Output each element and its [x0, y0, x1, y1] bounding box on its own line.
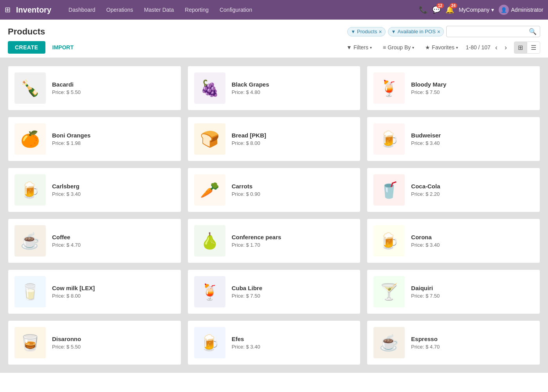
- product-info: Carrots Price: $ 0.90: [232, 183, 354, 197]
- pagination-prev[interactable]: ‹: [493, 43, 500, 52]
- phone-icon[interactable]: 📞: [419, 5, 427, 14]
- filter-tag-pos[interactable]: ▼ Available in POS ×: [388, 27, 444, 36]
- product-card[interactable]: 🥤 Coca-Cola Price: $ 2.20: [367, 168, 540, 212]
- product-image: 🍹: [194, 276, 225, 307]
- product-name: Cow milk [LEX]: [52, 285, 175, 291]
- product-card[interactable]: 🍐 Conference pears Price: $ 1.70: [187, 219, 361, 263]
- product-name: Daiquiri: [411, 285, 534, 291]
- product-image: 🍹: [373, 72, 405, 104]
- page-title: Products: [8, 27, 45, 37]
- product-info: Black Grapes Price: $ 4.80: [232, 81, 354, 95]
- filter-products-label: Products: [357, 29, 377, 34]
- product-info: Boni Oranges Price: $ 1.98: [52, 132, 175, 146]
- product-price: Price: $ 4.70: [52, 242, 175, 248]
- product-price: Price: $ 2.20: [411, 191, 534, 197]
- product-image: 🍺: [373, 123, 405, 155]
- menu-item-dashboard[interactable]: Dashboard: [64, 4, 100, 15]
- product-card[interactable]: 🥃 Disaronno Price: $ 5.50: [8, 320, 181, 365]
- product-name: Coca-Cola: [411, 183, 534, 190]
- product-info: Bacardi Price: $ 5.50: [52, 81, 175, 95]
- product-name: Conference pears: [232, 234, 354, 240]
- product-price: Price: $ 8.00: [52, 293, 175, 299]
- product-price: Price: $ 8.00: [232, 140, 354, 146]
- product-card[interactable]: 🍹 Cuba Libre Price: $ 7.50: [187, 269, 361, 314]
- search-icon[interactable]: 🔍: [529, 28, 537, 35]
- product-price: Price: $ 1.70: [232, 242, 354, 248]
- create-button[interactable]: CREATE: [8, 41, 45, 54]
- product-card[interactable]: 🍾 Bacardi Price: $ 5.50: [8, 66, 181, 110]
- grid-view-button[interactable]: ⊞: [514, 42, 527, 54]
- filter-products-remove[interactable]: ×: [379, 29, 382, 35]
- product-price: Price: $ 7.50: [411, 89, 534, 95]
- menu-item-master-data[interactable]: Master Data: [139, 4, 178, 15]
- pagination-next[interactable]: ›: [502, 43, 509, 52]
- menu-item-reporting[interactable]: Reporting: [180, 4, 213, 15]
- product-price: Price: $ 3.40: [411, 242, 534, 248]
- product-card[interactable]: 🍺 Budweiser Price: $ 3.40: [367, 117, 540, 161]
- product-name: Budweiser: [411, 132, 534, 139]
- product-info: Coca-Cola Price: $ 2.20: [411, 183, 534, 197]
- product-card[interactable]: 🥛 Cow milk [LEX] Price: $ 8.00: [8, 269, 181, 314]
- product-name: Black Grapes: [232, 81, 354, 88]
- view-toggle: ⊞ ☰: [514, 42, 540, 54]
- chat-badge: 12: [436, 3, 444, 8]
- product-image: 🥕: [194, 174, 225, 206]
- import-button[interactable]: IMPORT: [49, 41, 78, 54]
- product-image: 🍾: [14, 72, 46, 104]
- menu-item-configuration[interactable]: Configuration: [215, 4, 257, 15]
- filter-funnel-icon: ▼: [351, 29, 355, 34]
- search-bar: ▼ Products × ▼ Available in POS × 🔍: [347, 26, 540, 37]
- product-price: Price: $ 7.50: [232, 293, 354, 299]
- product-card[interactable]: ☕ Coffee Price: $ 4.70: [8, 219, 181, 263]
- product-card[interactable]: ☕ Espresso Price: $ 4.70: [367, 320, 540, 365]
- product-card[interactable]: 🍺 Efes Price: $ 3.40: [187, 320, 361, 365]
- filter-tag-products[interactable]: ▼ Products ×: [347, 27, 385, 36]
- product-image: 🥛: [14, 276, 46, 307]
- product-image: 🍺: [14, 174, 46, 206]
- product-image: ☕: [14, 225, 46, 257]
- product-name: Bloody Mary: [411, 81, 534, 88]
- product-card[interactable]: 🍹 Bloody Mary Price: $ 7.50: [367, 66, 540, 110]
- product-card[interactable]: 🍞 Bread [PKB] Price: $ 8.00: [187, 117, 361, 161]
- product-price: Price: $ 5.50: [52, 344, 175, 350]
- product-image: 🥃: [14, 327, 46, 358]
- activity-icon[interactable]: 🔔 24: [445, 5, 454, 14]
- main-menu: Dashboard Operations Master Data Reporti…: [64, 4, 416, 15]
- company-switcher[interactable]: MyCompany ▾: [459, 7, 494, 13]
- page-header: Products ▼ Products × ▼ Available in POS…: [0, 20, 548, 37]
- product-info: Cuba Libre Price: $ 7.50: [232, 285, 354, 299]
- favorites-chevron-icon: ▾: [456, 45, 458, 50]
- list-view-button[interactable]: ☰: [527, 42, 540, 54]
- product-info: Efes Price: $ 3.40: [232, 336, 354, 350]
- search-input[interactable]: [450, 29, 529, 35]
- groupby-label: Group By: [388, 44, 411, 51]
- product-price: Price: $ 0.90: [232, 191, 354, 197]
- product-card[interactable]: 🍺 Carlsberg Price: $ 3.40: [8, 168, 181, 212]
- search-input-wrap[interactable]: 🔍: [446, 26, 540, 37]
- product-info: Carlsberg Price: $ 3.40: [52, 183, 175, 197]
- toolbar-right: ▼ Filters ▾ ≡ Group By ▾ ★ Favorites ▾ 1…: [343, 42, 540, 54]
- product-name: Boni Oranges: [52, 132, 175, 139]
- product-price: Price: $ 4.80: [232, 89, 354, 95]
- topnav-right-section: 📞 💬 12 🔔 24 MyCompany ▾ 👤 Administrator: [419, 5, 543, 15]
- product-card[interactable]: 🍇 Black Grapes Price: $ 4.80: [187, 66, 361, 110]
- product-name: Carlsberg: [52, 183, 175, 190]
- favorites-button[interactable]: ★ Favorites ▾: [422, 42, 461, 53]
- product-info: Budweiser Price: $ 3.40: [411, 132, 534, 146]
- user-menu[interactable]: 👤 Administrator: [499, 5, 543, 15]
- product-name: Disaronno: [52, 336, 175, 342]
- product-price: Price: $ 3.40: [411, 140, 534, 146]
- grid-menu-icon[interactable]: ⊞: [5, 5, 11, 14]
- chat-icon[interactable]: 💬 12: [432, 5, 441, 14]
- company-chevron-icon: ▾: [491, 7, 494, 13]
- product-card[interactable]: 🍊 Boni Oranges Price: $ 1.98: [8, 117, 181, 161]
- product-card[interactable]: 🥕 Carrots Price: $ 0.90: [187, 168, 361, 212]
- product-card[interactable]: 🍸 Daiquiri Price: $ 7.50: [367, 269, 540, 314]
- filter-pos-remove[interactable]: ×: [437, 29, 440, 35]
- groupby-button[interactable]: ≡ Group By ▾: [380, 42, 417, 53]
- app-logo: Inventory: [16, 5, 51, 14]
- filters-button[interactable]: ▼ Filters ▾: [343, 42, 375, 53]
- product-card[interactable]: 🍺 Corona Price: $ 3.40: [367, 219, 540, 263]
- menu-item-operations[interactable]: Operations: [102, 4, 138, 15]
- pagination-text: 1-80 / 107: [466, 44, 490, 51]
